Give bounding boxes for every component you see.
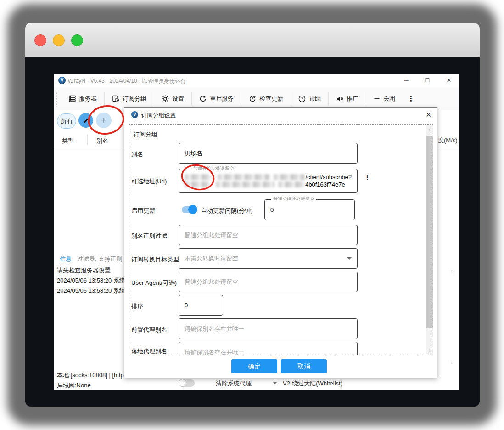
- alias-input[interactable]: [179, 143, 358, 164]
- redacted-url-segment: [185, 181, 209, 187]
- url-more-icon[interactable]: ⋮: [364, 175, 370, 179]
- scroll-up-icon[interactable]: ↑: [426, 127, 433, 132]
- subscription-group-settings-dialog: V 订阅分组设置 ✕ 订阅分组 ↑ ↓ 别名 可选地址(Url) 普通分组此处请…: [124, 107, 437, 378]
- url-visible-text-1: /client/subscribe?: [306, 174, 352, 181]
- maximize-icon[interactable]: ☐: [421, 76, 434, 85]
- toolbar-promote-label: 推广: [347, 95, 358, 103]
- mac-minimize-button[interactable]: [53, 34, 65, 46]
- system-proxy-toggle[interactable]: [179, 379, 195, 387]
- gear-icon: [162, 95, 169, 102]
- column-header-speed-partial[interactable]: 度(M/s): [438, 136, 458, 145]
- system-proxy-mode-value: 清除系统代理: [216, 380, 252, 387]
- sort-input[interactable]: [179, 295, 223, 316]
- edit-group-button[interactable]: [78, 113, 93, 128]
- redacted-url-segment: [218, 174, 270, 180]
- url-visible-text-2: 4b0f163f74e7e: [305, 181, 345, 188]
- toolbar-help-button[interactable]: ? 帮助: [291, 87, 328, 110]
- alias-filter-label: 别名正则过滤: [131, 232, 167, 240]
- enable-update-toggle[interactable]: [182, 206, 196, 213]
- toolbar-settings-label: 设置: [172, 95, 184, 103]
- groupbox-label: 订阅分组: [134, 130, 157, 139]
- chevron-down-icon: [273, 382, 277, 384]
- toolbar-servers-label: 服务器: [79, 95, 97, 103]
- add-group-button[interactable]: +: [96, 113, 112, 128]
- pencil-icon: [83, 117, 90, 124]
- toolbar-subscription-group-label: 订阅分组: [123, 95, 146, 103]
- app-titlebar: V v2rayN - V6.43 - 2024/04/10 - 以管理员身份运行…: [54, 74, 459, 87]
- status-lan: 局域网:None: [57, 381, 91, 390]
- url-label: 可选地址(Url): [131, 177, 167, 186]
- column-header-alias[interactable]: 别名: [96, 137, 108, 145]
- toolbar-close-button[interactable]: 关闭: [366, 87, 403, 110]
- help-icon: ?: [298, 95, 306, 102]
- minimize-icon[interactable]: ─: [400, 76, 413, 85]
- alias-filter-input[interactable]: [179, 225, 358, 245]
- toolbar-drag-handle[interactable]: [56, 91, 58, 107]
- interval-label: 自动更新间隔(分钟): [201, 207, 253, 215]
- redacted-url-segment: [278, 181, 305, 187]
- toolbar-close-label: 关闭: [383, 95, 395, 103]
- enable-update-label: 启用更新: [131, 207, 155, 215]
- subscription-icon: [112, 95, 119, 102]
- scroll-down-icon[interactable]: ↓: [450, 359, 453, 365]
- speaker-icon: [336, 95, 343, 102]
- routing-rule-dropdown[interactable]: V2-绕过大陆(Whitelist): [282, 379, 351, 390]
- toolbar-restart-service-label: 重启服务: [210, 95, 234, 103]
- url-input[interactable]: 普通分组此处请留空 /client/subscribe? 4b0f163f74e…: [179, 169, 358, 193]
- toolbar-more-icon[interactable]: ⋮: [403, 87, 419, 110]
- next-proxy-label: 落地代理别名: [131, 347, 167, 356]
- log-line: 请先检查服务器设置: [57, 266, 111, 275]
- system-proxy-mode-dropdown[interactable]: 清除系统代理: [215, 379, 279, 390]
- sort-label: 排序: [131, 302, 143, 311]
- toolbar-servers-button[interactable]: 服务器: [62, 87, 104, 110]
- scroll-up-icon[interactable]: ↑: [450, 268, 453, 275]
- user-agent-input[interactable]: [179, 272, 358, 292]
- app-window-title: v2rayN - V6.43 - 2024/04/10 - 以管理员身份运行: [68, 77, 186, 85]
- dialog-title: 订阅分组设置: [141, 112, 176, 119]
- mac-titlebar[interactable]: [25, 23, 480, 57]
- group-tab-all[interactable]: 所有: [57, 113, 76, 129]
- minus-icon: [374, 96, 380, 102]
- alias-label: 别名: [131, 150, 143, 158]
- mac-close-button[interactable]: [34, 34, 46, 46]
- dialog-scrollbar-thumb[interactable]: [426, 136, 433, 328]
- restart-icon: [199, 95, 207, 102]
- toolbar-promote-button[interactable]: 推广: [329, 87, 366, 110]
- status-local-endpoints: 本地:[socks:10808] | [http: [57, 371, 124, 379]
- toolbar-help-label: 帮助: [309, 95, 321, 103]
- routing-rule-value: V2-绕过大陆(Whitelist): [283, 380, 342, 387]
- toolbar-settings-button[interactable]: 设置: [154, 87, 191, 110]
- toolbar-restart-service-button[interactable]: 重启服务: [192, 87, 241, 110]
- v2rayn-logo-icon: V: [58, 77, 66, 84]
- redacted-url-segment: [185, 174, 212, 180]
- column-header-type[interactable]: 类型: [62, 137, 74, 145]
- toolbar-check-update-label: 检查更新: [259, 95, 283, 103]
- screenshot-stage: V v2rayN - V6.43 - 2024/04/10 - 以管理员身份运行…: [0, 0, 504, 430]
- check-update-icon: [249, 95, 256, 102]
- dialog-v2rayn-icon: V: [131, 111, 138, 118]
- toolbar-check-update-button[interactable]: 检查更新: [241, 87, 291, 110]
- chevron-down-icon: [347, 257, 352, 260]
- url-float-label: 普通分组此处请留空: [191, 165, 236, 172]
- prev-proxy-input[interactable]: [179, 318, 358, 339]
- convert-type-dropdown[interactable]: 不需要转换时请留空: [179, 248, 358, 269]
- prev-proxy-label: 前置代理别名: [131, 326, 167, 334]
- close-icon[interactable]: ✕: [442, 76, 455, 85]
- cancel-button[interactable]: 取消: [281, 359, 327, 373]
- dialog-close-icon[interactable]: ✕: [426, 111, 431, 119]
- convert-type-label: 订阅转换目标类型: [131, 255, 179, 264]
- redacted-url-segment: [216, 181, 274, 187]
- interval-input[interactable]: [265, 200, 354, 220]
- dialog-scrollbar[interactable]: ↑ ↓: [426, 125, 433, 355]
- redacted-url-segment: [274, 174, 305, 180]
- toolbar-subscription-group-button[interactable]: 订阅分组: [105, 87, 154, 110]
- log-tab-filter[interactable]: 过滤器, 支持正则: [77, 255, 122, 263]
- ok-button[interactable]: 确定: [231, 359, 277, 373]
- svg-text:?: ?: [301, 96, 303, 101]
- server-icon: [69, 95, 76, 102]
- scroll-down-icon[interactable]: ↓: [426, 347, 433, 352]
- user-agent-label: User Agent(可选): [131, 279, 177, 287]
- convert-type-value: 不需要转换时请留空: [185, 255, 238, 262]
- log-tab-info[interactable]: 信息: [60, 255, 72, 263]
- mac-zoom-button[interactable]: [71, 34, 83, 46]
